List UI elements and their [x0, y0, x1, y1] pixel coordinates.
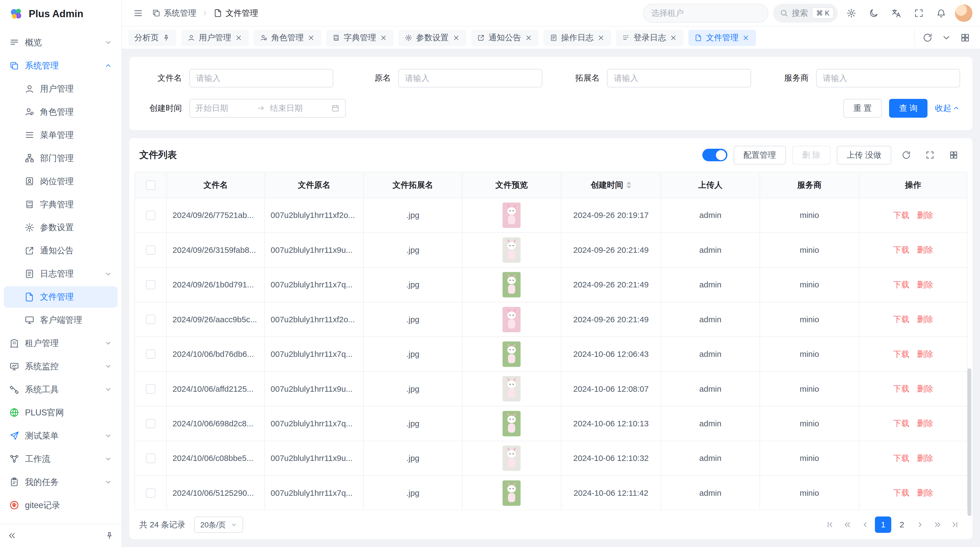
filter-input[interactable]: [816, 69, 960, 88]
breadcrumb-item-current[interactable]: 文件管理: [214, 8, 258, 19]
preview-thumbnail[interactable]: [503, 272, 521, 297]
close-icon[interactable]: [597, 34, 605, 41]
refresh-tab-button[interactable]: [919, 29, 936, 46]
delete-link[interactable]: 删除: [917, 418, 933, 429]
column-header[interactable]: 文件名: [167, 172, 265, 198]
hamburger-button[interactable]: [129, 4, 147, 22]
download-link[interactable]: 下载: [893, 383, 910, 394]
sidebar-item[interactable]: 菜单管理: [4, 124, 118, 146]
column-header[interactable]: 文件预览: [463, 172, 561, 198]
refresh-list-button[interactable]: [897, 146, 915, 164]
filter-input[interactable]: [607, 69, 751, 88]
date-range-picker[interactable]: 开始日期 结束日期: [189, 99, 346, 118]
avatar[interactable]: [955, 4, 972, 22]
sidebar-item[interactable]: gitee记录: [4, 495, 118, 516]
download-link[interactable]: 下载: [893, 487, 910, 499]
next-page-button[interactable]: [913, 517, 928, 532]
fullscreen-button[interactable]: [910, 4, 928, 22]
sort-asc-icon[interactable]: [626, 182, 631, 184]
dark-mode-button[interactable]: [865, 4, 883, 22]
tab[interactable]: 用户管理: [181, 30, 249, 46]
sidebar-item[interactable]: 字典管理: [4, 194, 118, 215]
page-button[interactable]: 2: [894, 517, 910, 533]
delete-button[interactable]: 删 除: [792, 146, 830, 164]
sidebar-item[interactable]: 参数设置: [4, 217, 118, 238]
tab[interactable]: 字典管理: [326, 30, 394, 46]
sidebar-item[interactable]: 系统管理: [4, 55, 118, 76]
column-header[interactable]: 上传人: [661, 172, 760, 198]
preview-thumbnail[interactable]: [503, 307, 521, 332]
sidebar-item[interactable]: 系统工具: [4, 379, 118, 400]
download-link[interactable]: 下载: [893, 279, 910, 290]
reset-button[interactable]: 重 置: [843, 99, 882, 118]
download-link[interactable]: 下载: [893, 210, 910, 221]
download-link[interactable]: 下载: [893, 418, 910, 429]
row-checkbox[interactable]: [146, 419, 155, 428]
tab[interactable]: 参数设置: [399, 30, 466, 46]
sidebar-item[interactable]: 用户管理: [4, 78, 118, 99]
sidebar-item[interactable]: 概览: [4, 32, 118, 53]
download-link[interactable]: 下载: [893, 244, 910, 255]
breadcrumb-item[interactable]: 系统管理: [152, 8, 196, 19]
sidebar-item[interactable]: 测试菜单: [4, 425, 118, 447]
layout-button[interactable]: [956, 29, 974, 46]
row-checkbox[interactable]: [146, 488, 155, 498]
table-scrollbar[interactable]: [967, 368, 971, 516]
page-size-select[interactable]: 20条/页: [194, 517, 243, 533]
notifications-button[interactable]: [932, 4, 950, 22]
column-header[interactable]: 文件原名: [265, 172, 364, 198]
sidebar-item[interactable]: 租户管理: [4, 333, 118, 354]
preview-thumbnail[interactable]: [503, 237, 521, 263]
preview-thumbnail[interactable]: [503, 376, 521, 402]
settings-button[interactable]: [843, 4, 860, 22]
close-icon[interactable]: [452, 34, 460, 41]
preview-thumbnail[interactable]: [503, 445, 521, 471]
sidebar-item[interactable]: PLUS官网: [4, 402, 118, 423]
download-link[interactable]: 下载: [893, 314, 910, 325]
sidebar-item[interactable]: 角色管理: [4, 101, 118, 123]
prev-page-button[interactable]: [858, 517, 872, 532]
jump-forward-button[interactable]: [930, 517, 945, 532]
tab[interactable]: 文件管理: [689, 30, 756, 46]
tab[interactable]: 分析页: [128, 30, 177, 46]
fullscreen-table-button[interactable]: [921, 146, 939, 164]
preview-toggle[interactable]: [702, 149, 727, 161]
sidebar-item[interactable]: 日志管理: [4, 263, 118, 284]
filter-input[interactable]: [189, 69, 334, 88]
sort-desc-icon[interactable]: [626, 186, 631, 189]
preview-thumbnail[interactable]: [503, 480, 521, 506]
sidebar-item[interactable]: 文件管理: [4, 286, 118, 308]
sidebar-item[interactable]: 部门管理: [4, 148, 118, 169]
column-header[interactable]: 操作: [859, 172, 967, 198]
column-header[interactable]: 创建时间: [561, 172, 661, 198]
tab[interactable]: 登录日志: [616, 30, 684, 46]
row-checkbox[interactable]: [146, 211, 155, 220]
download-link[interactable]: 下载: [893, 453, 910, 464]
close-icon[interactable]: [307, 34, 315, 41]
sort-icons[interactable]: [626, 182, 631, 189]
preview-thumbnail[interactable]: [503, 411, 521, 436]
upload-button[interactable]: 上传 没做: [837, 146, 891, 164]
delete-link[interactable]: 删除: [917, 210, 933, 221]
row-checkbox[interactable]: [146, 384, 155, 393]
close-icon[interactable]: [670, 34, 677, 41]
page-button[interactable]: 1: [875, 517, 891, 533]
sidebar-item[interactable]: 工作流: [4, 448, 118, 470]
sidebar-item[interactable]: 岗位管理: [4, 171, 118, 192]
column-header[interactable]: 文件拓展名: [364, 172, 463, 198]
delete-link[interactable]: 删除: [917, 314, 933, 325]
tenant-select[interactable]: 选择租户: [643, 4, 768, 22]
download-link[interactable]: 下载: [893, 349, 910, 360]
tab[interactable]: 通知公告: [471, 30, 539, 46]
close-icon[interactable]: [525, 34, 533, 41]
delete-link[interactable]: 删除: [917, 383, 933, 394]
collapse-filters-link[interactable]: 收起: [935, 103, 960, 114]
config-button[interactable]: 配置管理: [733, 146, 786, 164]
delete-link[interactable]: 删除: [917, 487, 933, 499]
tab[interactable]: 操作日志: [544, 30, 611, 46]
row-checkbox[interactable]: [146, 315, 155, 324]
sidebar-item[interactable]: 系统监控: [4, 356, 118, 377]
row-checkbox[interactable]: [146, 349, 155, 359]
delete-link[interactable]: 删除: [917, 244, 933, 255]
global-search-button[interactable]: 搜索 ⌘ K: [773, 4, 838, 22]
